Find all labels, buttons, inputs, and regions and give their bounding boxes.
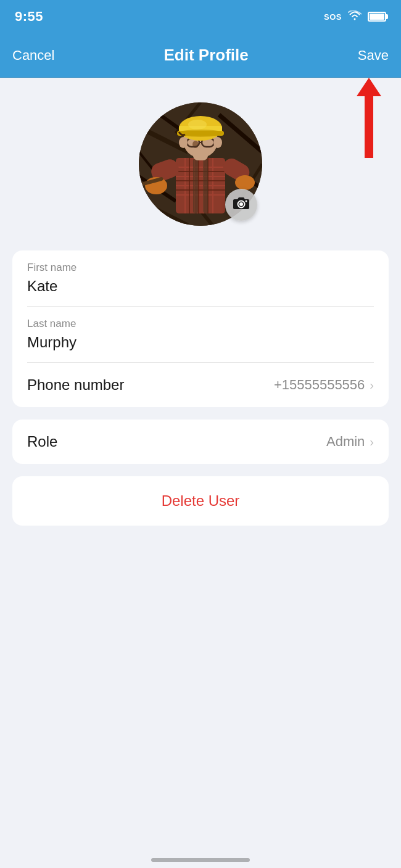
nav-bar: Cancel Edit Profile Save — [0, 33, 401, 78]
status-icons: SOS — [324, 10, 386, 23]
camera-button[interactable] — [225, 189, 257, 221]
phone-value: +15555555556 — [274, 377, 365, 393]
last-name-label: Last name — [27, 318, 374, 330]
camera-icon — [233, 196, 250, 214]
phone-value-container: +15555555556 › — [274, 377, 374, 393]
chevron-right-icon-2: › — [370, 435, 374, 449]
first-name-field[interactable]: First name Kate — [12, 250, 389, 306]
home-indicator — [151, 858, 250, 862]
last-name-field[interactable]: Last name Murphy — [12, 307, 389, 362]
svg-point-52 — [239, 202, 243, 206]
battery-icon — [368, 12, 386, 22]
name-card: First name Kate Last name Murphy Phone n… — [12, 250, 389, 407]
role-card: Role Admin › — [12, 420, 389, 464]
phone-field[interactable]: Phone number +15555555556 › — [12, 363, 389, 407]
wifi-icon — [348, 10, 362, 23]
role-value-container: Admin › — [326, 434, 374, 450]
main-content: First name Kate Last name Murphy Phone n… — [0, 78, 401, 550]
save-button[interactable]: Save — [358, 48, 389, 64]
svg-point-53 — [246, 200, 247, 202]
page-title: Edit Profile — [164, 46, 249, 65]
first-name-label: First name — [27, 262, 374, 274]
delete-card: Delete User — [12, 476, 389, 526]
delete-user-button[interactable]: Delete User — [12, 476, 389, 526]
cancel-button[interactable]: Cancel — [12, 48, 54, 64]
role-value: Admin — [326, 434, 365, 450]
status-bar: 9:55 SOS — [0, 0, 401, 33]
last-name-value: Murphy — [27, 334, 374, 351]
first-name-value: Kate — [27, 278, 374, 295]
svg-rect-30 — [203, 158, 208, 213]
svg-point-47 — [188, 120, 207, 130]
sos-icon: SOS — [324, 12, 342, 22]
role-field[interactable]: Role Admin › — [12, 420, 389, 464]
avatar-container — [139, 102, 262, 226]
svg-rect-29 — [193, 158, 198, 213]
svg-point-48 — [179, 137, 188, 148]
svg-point-34 — [235, 175, 255, 190]
svg-point-49 — [213, 137, 222, 148]
role-label: Role — [27, 433, 57, 450]
phone-label: Phone number — [27, 376, 124, 394]
status-time: 9:55 — [15, 9, 43, 25]
chevron-right-icon: › — [370, 378, 374, 392]
